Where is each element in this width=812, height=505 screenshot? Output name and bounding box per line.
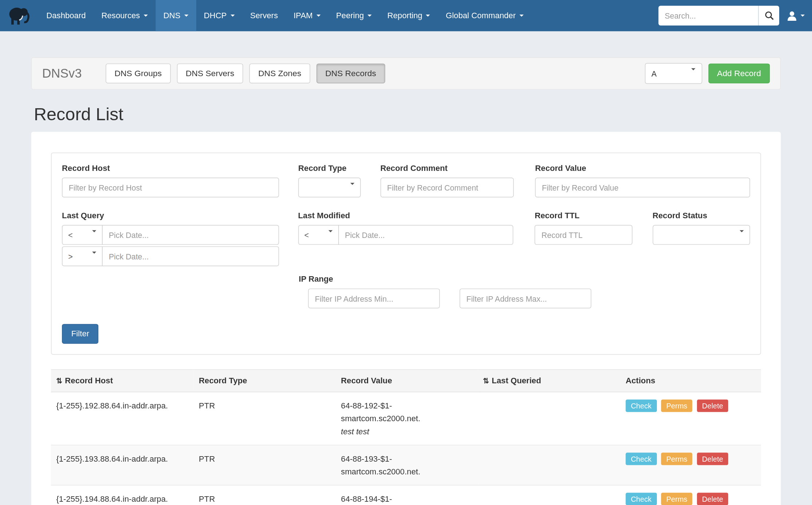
record-type-cell: PTR — [194, 445, 336, 485]
records-table: ⇅Record Host Record Type Record Value ⇅L… — [51, 369, 761, 505]
table-row: {1-255}.192.88.64.in-addr.arpa. PTR 64-8… — [51, 392, 761, 445]
chevron-down-icon — [143, 15, 147, 17]
check-button[interactable]: Check — [626, 399, 657, 412]
chevron-down-icon — [367, 15, 371, 17]
record-value-label: Record Value — [535, 164, 750, 173]
last-query-before-date-input[interactable] — [102, 225, 279, 245]
last-queried-cell — [478, 485, 620, 505]
ip-range-min-input[interactable] — [308, 289, 440, 308]
chevron-down-icon — [740, 230, 744, 232]
record-host-cell: {1-255}.192.88.64.in-addr.arpa. — [51, 392, 194, 445]
dns-tabs: DNS Groups DNS Servers DNS Zones DNS Rec… — [106, 63, 385, 83]
mammoth-logo-icon — [6, 5, 30, 27]
add-record-button[interactable]: Add Record — [708, 63, 770, 83]
nav-item-global-commander[interactable]: Global Commander — [438, 0, 531, 31]
delete-button[interactable]: Delete — [697, 453, 728, 465]
sort-icon[interactable]: ⇅ — [483, 377, 489, 385]
table-row: {1-255}.194.88.64.in-addr.arpa. PTR 64-8… — [51, 485, 761, 505]
tab-dns-groups[interactable]: DNS Groups — [106, 63, 170, 83]
record-type-select-value: A — [651, 69, 657, 78]
user-menu[interactable] — [787, 10, 805, 21]
filter-panel: Record Host Record Type Record Comment — [51, 153, 761, 355]
record-type-filter-select[interactable] — [298, 177, 360, 197]
last-query-after-operator-select[interactable]: > — [62, 246, 103, 266]
nav-item-dashboard[interactable]: Dashboard — [39, 0, 94, 31]
record-ttl-filter-input[interactable] — [535, 225, 632, 245]
table-header-row: ⇅Record Host Record Type Record Value ⇅L… — [51, 369, 761, 392]
nav-item-reporting[interactable]: Reporting — [379, 0, 438, 31]
record-host-cell: {1-255}.194.88.64.in-addr.arpa. — [51, 485, 194, 505]
top-navbar: Dashboard Resources DNS DHCP Servers IPA… — [0, 0, 812, 31]
last-query-before-operator-select[interactable]: < — [62, 225, 103, 245]
perms-button[interactable]: Perms — [661, 399, 692, 412]
record-value-cell: 64-88-193-$1-smartcom.sc2000.net. — [336, 445, 478, 485]
last-queried-cell — [478, 445, 620, 485]
chevron-down-icon — [350, 183, 354, 185]
filter-row-2: Last Query < > — [62, 211, 750, 268]
record-value-filter-input[interactable] — [535, 177, 750, 197]
record-type-cell: PTR — [194, 485, 336, 505]
nav-item-peering[interactable]: Peering — [328, 0, 380, 31]
nav-item-dhcp[interactable]: DHCP — [196, 0, 242, 31]
toolbar-right: A Add Record — [645, 63, 770, 84]
record-type-label: Record Type — [298, 164, 360, 173]
chevron-down-icon — [92, 251, 96, 254]
tab-dns-zones[interactable]: DNS Zones — [249, 63, 310, 83]
check-button[interactable]: Check — [626, 493, 657, 505]
chevron-down-icon — [184, 15, 188, 17]
tab-dns-servers[interactable]: DNS Servers — [177, 63, 243, 83]
tab-dns-records[interactable]: DNS Records — [316, 63, 385, 83]
ip-range-max-input[interactable] — [460, 289, 591, 308]
filter-row-3: IP Range — [299, 274, 750, 308]
nav-item-dns[interactable]: DNS — [155, 0, 196, 31]
page-title: Record List — [31, 104, 781, 125]
sort-icon[interactable]: ⇅ — [56, 377, 62, 385]
nav-item-ipam[interactable]: IPAM — [286, 0, 328, 31]
records-tbody: {1-255}.192.88.64.in-addr.arpa. PTR 64-8… — [51, 392, 761, 505]
filter-button[interactable]: Filter — [62, 324, 99, 344]
record-type-select[interactable]: A — [645, 63, 702, 84]
last-query-after-date-input[interactable] — [102, 246, 279, 266]
delete-button[interactable]: Delete — [697, 493, 728, 505]
column-header: Record Type — [194, 369, 336, 392]
record-ttl-label: Record TTL — [535, 211, 632, 220]
dns-records-page: Dashboard Resources DNS DHCP Servers IPA… — [0, 0, 812, 505]
filter-row-1: Record Host Record Type Record Comment — [62, 164, 750, 197]
search-group — [658, 6, 779, 26]
last-modified-label: Last Modified — [298, 211, 513, 220]
search-button[interactable] — [758, 6, 779, 26]
last-modified-operator-select[interactable]: < — [298, 225, 339, 245]
dnsv3-toolbar: DNSv3 DNS Groups DNS Servers DNS Zones D… — [31, 57, 781, 90]
column-header: Record Value — [336, 369, 478, 392]
chevron-down-icon — [316, 15, 320, 17]
column-header: ⇅Last Queried — [478, 369, 620, 392]
nav-item-servers[interactable]: Servers — [243, 0, 286, 31]
mammoth-logo[interactable] — [4, 0, 32, 31]
module-title: DNSv3 — [42, 66, 82, 81]
chevron-down-icon — [691, 68, 695, 70]
delete-button[interactable]: Delete — [697, 399, 728, 412]
chevron-down-icon — [328, 230, 332, 232]
actions-cell: Check Perms Delete — [620, 485, 761, 505]
chevron-down-icon — [519, 15, 523, 17]
record-type-cell: PTR — [194, 392, 336, 445]
last-modified-date-input[interactable] — [338, 225, 513, 245]
actions-cell: Check Perms Delete — [620, 445, 761, 485]
record-value-cell: 64-88-192-$1-smartcom.sc2000.net.test te… — [336, 392, 478, 445]
record-value-cell: 64-88-194-$1-smartcom.sc2000.net. — [336, 485, 478, 505]
column-header: ⇅Record Host — [51, 369, 194, 392]
perms-button[interactable]: Perms — [661, 493, 692, 505]
search-input[interactable] — [658, 6, 758, 26]
record-host-filter-input[interactable] — [62, 177, 279, 197]
navbar-items: Dashboard Resources DNS DHCP Servers IPA… — [39, 0, 531, 31]
search-icon — [764, 11, 774, 20]
check-button[interactable]: Check — [626, 453, 657, 465]
record-comment-filter-input[interactable] — [380, 177, 513, 197]
nav-item-resources[interactable]: Resources — [94, 0, 155, 31]
record-status-filter-select[interactable] — [653, 225, 750, 245]
navbar-right — [658, 0, 805, 31]
chevron-down-icon — [426, 15, 430, 17]
table-row: {1-255}.193.88.64.in-addr.arpa. PTR 64-8… — [51, 445, 761, 485]
perms-button[interactable]: Perms — [661, 453, 692, 465]
ip-range-label: IP Range — [299, 274, 750, 284]
